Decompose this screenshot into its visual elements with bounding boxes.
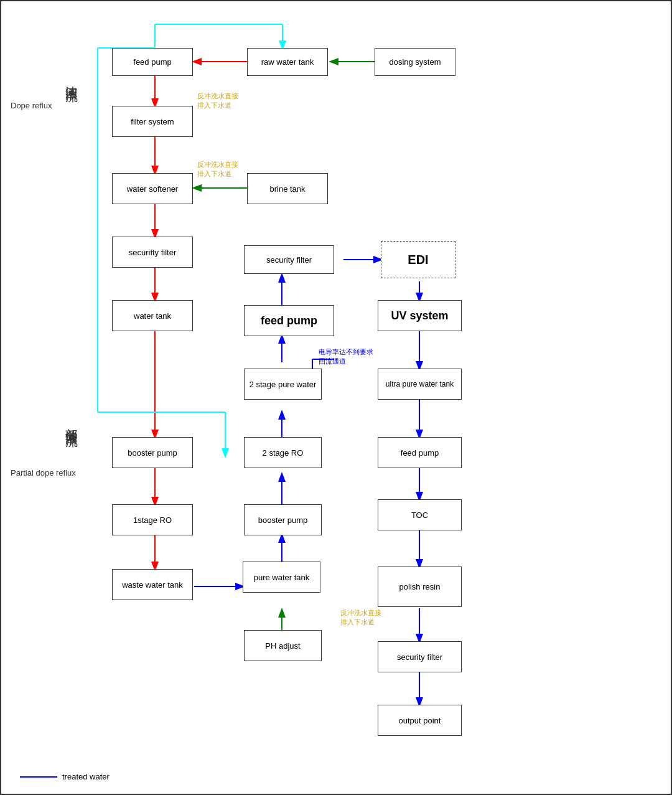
- feed-pump-mid-box: feed pump: [244, 305, 334, 336]
- ph-adjust-label: PH adjust: [265, 641, 300, 651]
- legend-treated-line: [20, 776, 57, 778]
- pure-water-tank-box: pure water tank: [243, 562, 320, 593]
- yellow-note-3: 反冲洗水直接排入下水道: [340, 608, 381, 628]
- securify-filter-label: securifty filter: [129, 248, 177, 257]
- uv-system-box: UV system: [378, 300, 462, 331]
- water-tank-box: water tank: [112, 300, 193, 331]
- securify-filter-box: securifty filter: [112, 237, 193, 268]
- waste-water-tank-box: waste water tank: [112, 569, 193, 600]
- polish-resin-label: polish resin: [399, 582, 441, 591]
- stage2-pure-water-label: 2 stage pure water: [250, 380, 317, 389]
- booster-pump-left-label: booster pump: [128, 448, 177, 458]
- feed-pump-mid-label: feed pump: [261, 314, 317, 327]
- uv-system-label: UV system: [391, 309, 448, 322]
- stage2-ro-box: 2 stage RO: [244, 437, 322, 468]
- waste-water-tank-label: waste water tank: [122, 580, 183, 590]
- legend-treated-text: treated water: [62, 772, 110, 781]
- pure-water-tank-label: pure water tank: [254, 573, 310, 582]
- yellow-note-2: 反冲洗水直接排入下水道: [197, 160, 238, 179]
- output-point-label: output point: [399, 716, 441, 725]
- filter-system-box: filter system: [112, 106, 193, 137]
- edi-label: EDI: [408, 253, 428, 267]
- partial-dope-cn-label: 部分浓液回流: [63, 418, 80, 426]
- blue-note: 电导率达不到要求回流通道: [319, 347, 373, 367]
- security-filter-right-box: security filter: [378, 641, 462, 672]
- stage2-ro-label: 2 stage RO: [263, 448, 304, 458]
- stage2-pure-water-box: 2 stage pure water: [244, 369, 322, 400]
- brine-tank-box: brine tank: [247, 173, 328, 204]
- feed-pump-right-label: feed pump: [401, 448, 439, 458]
- dope-reflux-en-label: Dope reflux: [11, 101, 52, 110]
- feed-pump-right-box: feed pump: [378, 437, 462, 468]
- raw-water-tank-label: raw water tank: [261, 57, 314, 67]
- toc-box: TOC: [378, 499, 462, 530]
- brine-tank-label: brine tank: [269, 184, 305, 194]
- polish-resin-box: polish resin: [378, 567, 462, 607]
- filter-system-label: filter system: [131, 117, 174, 126]
- legend: treated water: [20, 772, 110, 781]
- output-point-box: output point: [378, 705, 462, 736]
- water-softener-label: water softener: [127, 184, 178, 194]
- dosing-system-label: dosing system: [389, 57, 441, 67]
- yellow-note-1: 反冲洗水直接排入下水道: [197, 92, 238, 111]
- booster-pump-left-box: booster pump: [112, 437, 193, 468]
- stage1-ro-label: 1stage RO: [133, 515, 172, 525]
- feed-pump-top-label: feed pump: [133, 57, 171, 67]
- raw-water-tank-box: raw water tank: [247, 48, 328, 76]
- ph-adjust-box: PH adjust: [244, 630, 322, 661]
- ultra-pure-water-tank-label: ultra pure water tank: [386, 380, 454, 388]
- dosing-system-box: dosing system: [375, 48, 455, 76]
- toc-label: TOC: [411, 510, 428, 520]
- edi-box: EDI: [381, 241, 455, 278]
- booster-pump-mid-label: booster pump: [258, 515, 308, 525]
- security-filter-mid-label: security filter: [266, 255, 312, 265]
- booster-pump-mid-box: booster pump: [244, 504, 322, 535]
- water-softener-box: water softener: [112, 173, 193, 204]
- dope-reflux-cn-label: 浓液回流: [63, 76, 80, 81]
- ultra-pure-water-tank-box: ultra pure water tank: [378, 369, 462, 400]
- feed-pump-top-box: feed pump: [112, 48, 193, 76]
- security-filter-mid-box: security filter: [244, 245, 334, 274]
- diagram-container: feed pump raw water tank dosing system f…: [0, 0, 672, 795]
- water-tank-label: water tank: [134, 311, 171, 321]
- partial-dope-en-label: Partial dope reflux: [11, 468, 76, 477]
- arrows-svg: [1, 1, 672, 795]
- stage1-ro-box: 1stage RO: [112, 504, 193, 535]
- security-filter-right-label: security filter: [397, 652, 442, 662]
